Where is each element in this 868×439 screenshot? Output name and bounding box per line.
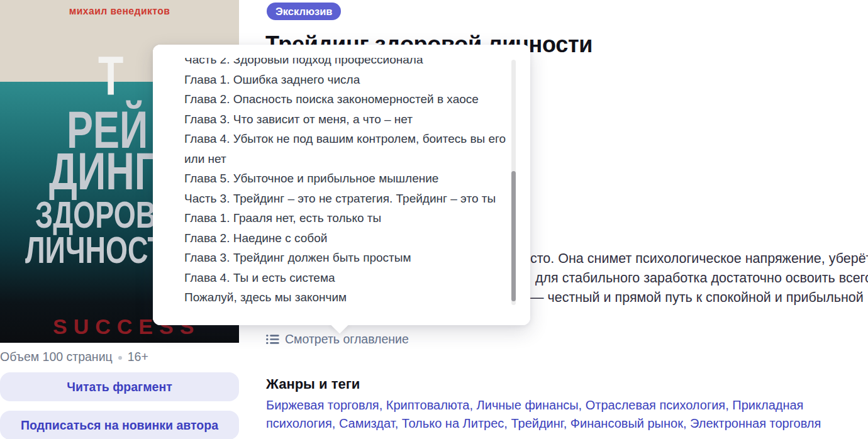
exclusive-badge[interactable]: Эксклюзив bbox=[267, 3, 341, 20]
dot-separator-icon bbox=[118, 356, 122, 360]
toc-popup: Часть 2. Здоровый подход профессионалаГл… bbox=[153, 45, 530, 325]
tag-link[interactable]: Финансовый рынок bbox=[570, 416, 683, 430]
book-meta: Объем 100 страниц 16+ bbox=[0, 350, 148, 364]
toc-item[interactable]: Глава 4. Убыток не под вашим контролем, … bbox=[184, 129, 508, 169]
list-icon bbox=[266, 334, 279, 345]
toc-item[interactable]: Глава 5. Убыточное и прибыльное мышление bbox=[184, 169, 508, 189]
toc-item[interactable]: Глава 3. Трейдинг должен быть простым bbox=[184, 248, 508, 268]
show-toc-label: Смотреть оглавление bbox=[285, 332, 409, 347]
tag-link[interactable]: Трейдинг bbox=[511, 416, 563, 430]
tag-link[interactable]: Электронная торговля bbox=[690, 416, 821, 430]
tag-link[interactable]: Отраслевая психология bbox=[586, 398, 725, 412]
tag-link[interactable]: Биржевая торговля bbox=[266, 398, 379, 412]
description-line: сто. Она снимет психологическое напряжен… bbox=[530, 251, 868, 267]
description-line: — честный и прямой путь к спокойной и пр… bbox=[530, 290, 864, 306]
tag-link[interactable]: Криптовалюта bbox=[386, 398, 470, 412]
toc-item[interactable]: Глава 1. Грааля нет, есть только ты bbox=[184, 208, 508, 228]
cover-title-line: Т bbox=[98, 48, 123, 103]
subscribe-author-button[interactable]: Подписаться на новинки автора bbox=[0, 411, 239, 439]
tag-link[interactable]: Только на Литрес bbox=[402, 416, 504, 430]
toc-scrollbar-track[interactable] bbox=[511, 60, 516, 305]
genres-heading: Жанры и теги bbox=[266, 376, 360, 392]
toc-item[interactable]: Глава 2. Наедине с собой bbox=[184, 228, 508, 248]
toc-item[interactable]: Глава 3. Что зависит от меня, а что – не… bbox=[184, 109, 508, 130]
toc-item[interactable]: Глава 1. Ошибка заднего числа bbox=[184, 70, 508, 90]
toc-item[interactable]: Часть 3. Трейдинг – это не стратегия. Тр… bbox=[184, 189, 508, 209]
toc-item[interactable]: Глава 2. Опасность поиска закономерносте… bbox=[184, 89, 508, 109]
cover-title-line: ДИНГ bbox=[49, 145, 157, 197]
toc-top-clip bbox=[153, 45, 530, 58]
read-fragment-button[interactable]: Читать фрагмент bbox=[0, 372, 239, 401]
book-page: михаил венедиктов Т РЕЙ ДИНГ ЗДОРОВОЙ ЛИ… bbox=[0, 0, 868, 439]
toc-popup-body: Часть 2. Здоровый подход профессионалаГл… bbox=[153, 45, 530, 325]
toc-item[interactable]: Глава 4. Ты и есть система bbox=[184, 268, 508, 288]
toc-scrollbar-thumb[interactable] bbox=[511, 171, 516, 301]
toc-list: Часть 2. Здоровый подход профессионалаГл… bbox=[184, 50, 508, 308]
toc-item[interactable]: Пожалуй, здесь мы закончим bbox=[184, 287, 508, 308]
cover-author-text: михаил венедиктов bbox=[9, 5, 230, 18]
description-line: для стабильного заработка достаточно осв… bbox=[535, 270, 868, 286]
tag-link[interactable]: Самиздат bbox=[339, 416, 395, 430]
tags-paragraph: Биржевая торговля, Криптовалюта, Личные … bbox=[266, 396, 864, 433]
show-toc-link[interactable]: Смотреть оглавление bbox=[266, 332, 409, 347]
age-rating: 16+ bbox=[128, 350, 148, 364]
tag-link[interactable]: Личные финансы bbox=[477, 398, 579, 412]
volume-label: Объем 100 страниц bbox=[0, 350, 113, 364]
